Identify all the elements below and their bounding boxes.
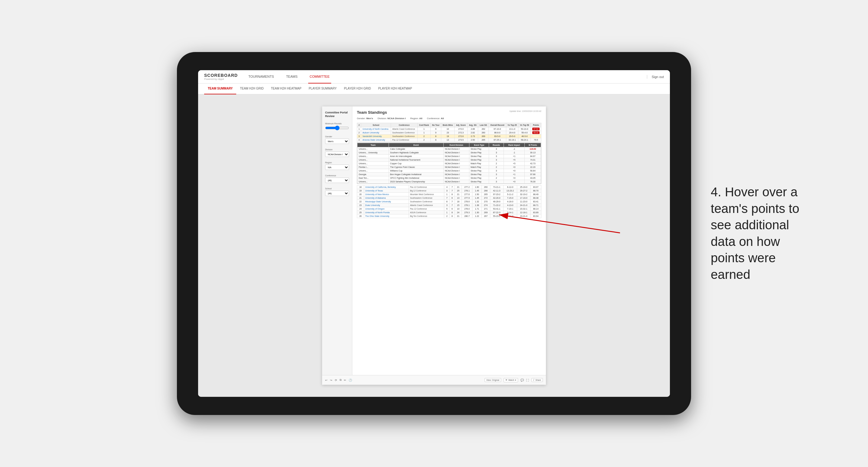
top25-cell: 29-4-0 bbox=[506, 131, 518, 134]
avg-cell: 2.82 bbox=[468, 131, 478, 134]
points-cell[interactable]: 90.20 bbox=[531, 134, 541, 138]
share-icon: ⤴ bbox=[533, 379, 534, 381]
sidebar-title: Committee Portal Review bbox=[325, 111, 349, 118]
copy-button[interactable]: ⧉ bbox=[340, 378, 341, 382]
school-select[interactable]: (All) bbox=[325, 191, 349, 196]
undo-button[interactable]: ↩ bbox=[325, 379, 328, 382]
top25-cell: 33-19-1 bbox=[506, 138, 518, 142]
main-content: Committee Portal Review Minimum Rounds G… bbox=[198, 94, 670, 397]
tooltip-col-team: Team bbox=[358, 143, 389, 147]
nav-item-committee[interactable]: COMMITTEE bbox=[308, 70, 331, 84]
table-row[interactable]: 24 University of Oregon Pac-12 Conferenc… bbox=[357, 207, 541, 211]
sign-out-button[interactable]: Sign out bbox=[647, 75, 664, 79]
tab-player-h2h-grid[interactable]: PLAYER H2H GRID bbox=[340, 84, 374, 94]
gender-select[interactable]: Men's bbox=[325, 138, 349, 144]
draw-button[interactable]: ✏ bbox=[344, 379, 346, 382]
sidebar-section-region: Region N/A bbox=[325, 161, 349, 170]
table-row[interactable]: 22 Mississippi State University Southeas… bbox=[357, 200, 541, 204]
report-update-time: Update time: 13/03/2024 10:03:42 bbox=[509, 110, 541, 112]
tooltip-row: East Ten...OFCC Fighting Illini Invitati… bbox=[358, 176, 541, 180]
avg-cell: 2.86 bbox=[468, 127, 478, 131]
school-cell: University of North Carolina bbox=[361, 127, 391, 131]
sidebar-label-region: Region bbox=[325, 161, 349, 164]
nav-item-teams[interactable]: TEAMS bbox=[285, 70, 299, 84]
table-row[interactable]: 25 University of North Florida ASUN Conf… bbox=[357, 211, 541, 214]
logo-area: SCOREBOARD Powered by clippd bbox=[204, 73, 238, 81]
table-row[interactable]: 21 University of Alabama Southeastern Co… bbox=[357, 196, 541, 200]
chevron-down-icon: ▾ bbox=[515, 379, 516, 381]
adj-cell: 272.3 bbox=[455, 131, 468, 134]
sidebar-section-conference: Conference (All) bbox=[325, 175, 349, 183]
tab-team-summary[interactable]: TEAM SUMMARY bbox=[204, 84, 236, 94]
conference-select[interactable]: (All) bbox=[325, 178, 349, 183]
annotation-text: 4. Hover over a team's points to see add… bbox=[711, 184, 807, 283]
conf-rank-cell: 1 bbox=[417, 127, 430, 131]
filter-region: Region: All bbox=[410, 117, 423, 120]
tablet-screen: SCOREBOARD Powered by clippd TOURNAMENTS… bbox=[198, 70, 670, 397]
sidebar-label-school: School bbox=[325, 188, 349, 190]
top-nav: SCOREBOARD Powered by clippd TOURNAMENTS… bbox=[198, 70, 670, 84]
tooltip-row: Univers...National Invitational Tourname… bbox=[358, 158, 541, 162]
bnds-cell: 19 bbox=[441, 134, 454, 138]
table-row[interactable]: 20 University of New Mexico Mountain Wes… bbox=[357, 193, 541, 196]
col-rank: # bbox=[357, 123, 361, 127]
conf-cell: Southeastern Conference bbox=[391, 134, 417, 138]
col-points: Points bbox=[531, 123, 541, 127]
table-row[interactable]: 1 University of North Carolina Atlantic … bbox=[357, 127, 541, 131]
fullscreen-button[interactable]: ⛶ bbox=[526, 379, 529, 382]
top50-cell: 46-5-0 bbox=[518, 134, 531, 138]
sidebar-label-gender: Gender bbox=[325, 135, 349, 137]
conf-cell: Atlantic Coast Conference bbox=[391, 127, 417, 131]
bnds-cell: 23 bbox=[441, 131, 454, 134]
col-adj-score: Adj. Score bbox=[455, 123, 468, 127]
table-row[interactable]: 2 Auburn University Southeastern Confere… bbox=[357, 131, 541, 134]
tooltip-col-division: Event Division bbox=[443, 143, 469, 147]
tab-player-h2h-heatmap[interactable]: PLAYER H2H HEATMAP bbox=[374, 84, 415, 94]
annotation-container: 4. Hover over a team's points to see add… bbox=[711, 184, 807, 283]
reset-button[interactable]: ⟳ bbox=[335, 379, 337, 382]
adj-cell: 272.0 bbox=[455, 127, 468, 131]
points-cell[interactable]: 97.02 bbox=[531, 127, 541, 131]
min-rounds-slider[interactable] bbox=[325, 126, 349, 130]
points-cell[interactable]: 93.31 bbox=[531, 131, 541, 134]
school-cell: Arizona State University bbox=[361, 138, 391, 142]
sidebar-section-division: Division NCAA Division I bbox=[325, 149, 349, 157]
logo-sub: Powered by clippd bbox=[204, 78, 238, 81]
lower-standings-table: 18 University of California, Berkeley Pa… bbox=[357, 185, 541, 218]
tours-cell: 8 bbox=[431, 138, 441, 142]
rank-cell: 1 bbox=[357, 127, 361, 131]
conf-rank-cell: 2 bbox=[417, 134, 430, 138]
rank-cell: 2 bbox=[357, 131, 361, 134]
rank-cell: 4 bbox=[357, 138, 361, 142]
table-row-highlight[interactable]: 3 Vanderbilt University Southeastern Con… bbox=[357, 134, 541, 138]
table-row[interactable]: 23 Duke University Atlantic Coast Confer… bbox=[357, 204, 541, 207]
time-button[interactable]: 🕐 bbox=[349, 379, 352, 382]
tooltip-row: GeorgiaBen Hogan Collegiate Invitational… bbox=[358, 173, 541, 176]
conf-rank-cell: 1 bbox=[417, 131, 430, 134]
share-button[interactable]: ⤴ Share bbox=[531, 378, 543, 382]
division-select[interactable]: NCAA Division I bbox=[325, 152, 349, 157]
low-cell: 269 bbox=[478, 134, 489, 138]
tab-player-summary[interactable]: PLAYER SUMMARY bbox=[305, 84, 340, 94]
sidebar-section-gender: Gender Men's bbox=[325, 135, 349, 144]
tab-team-h2h-heatmap[interactable]: TEAM H2H HEATMAP bbox=[267, 84, 305, 94]
table-row[interactable]: 18 University of California, Berkeley Pa… bbox=[357, 185, 541, 189]
table-row[interactable]: 26 The Ohio State University Big Ten Con… bbox=[357, 214, 541, 218]
sidebar-label-division: Division bbox=[325, 149, 349, 151]
tablet-device: SCOREBOARD Powered by clippd TOURNAMENTS… bbox=[177, 52, 691, 415]
filter-conference: Conference: All bbox=[427, 117, 444, 120]
comment-button[interactable]: 💬 bbox=[521, 379, 524, 382]
table-row[interactable]: 19 University of Texas Big 12 Conference… bbox=[357, 189, 541, 193]
watch-button[interactable]: 👁 Watch ▾ bbox=[503, 378, 518, 382]
points-cell[interactable]: 79.5 bbox=[531, 138, 541, 142]
redo-button[interactable]: ↪ bbox=[330, 379, 332, 382]
conf-cell: Pac-12 Conference bbox=[391, 138, 417, 142]
table-row[interactable]: 4 Arizona State University Pac-12 Confer… bbox=[357, 138, 541, 142]
filter-division: Division: NCAA Division I bbox=[378, 117, 406, 120]
tab-team-h2h-grid[interactable]: TEAM H2H GRID bbox=[236, 84, 267, 94]
nav-item-tournaments[interactable]: TOURNAMENTS bbox=[247, 70, 276, 84]
tooltip-expanded-section: Team Event Event Division Event Type Rou… bbox=[357, 143, 541, 184]
view-original-button[interactable]: View: Original bbox=[485, 378, 501, 382]
region-select[interactable]: N/A bbox=[325, 164, 349, 170]
low-cell: 265 bbox=[478, 138, 489, 142]
